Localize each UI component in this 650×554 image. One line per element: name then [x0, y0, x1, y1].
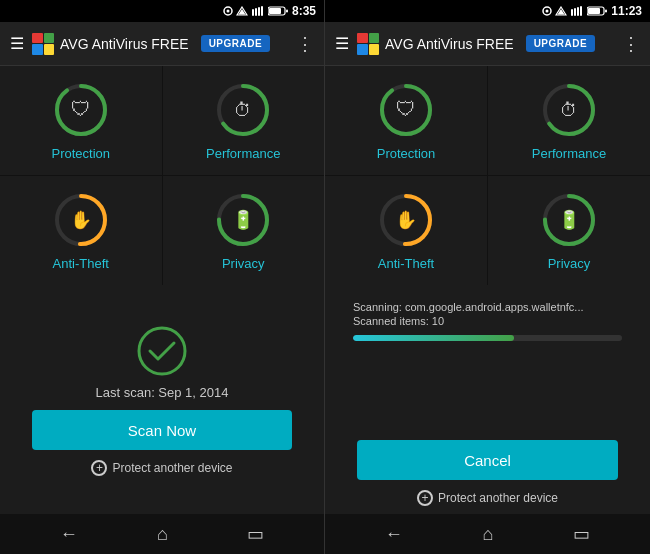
tile-privacy-right[interactable]: 🔋 Privacy [488, 176, 650, 285]
antitheft-icon-right: ✋ [378, 192, 434, 248]
bottom-section-left: Last scan: Sep 1, 2014 Scan Now + Protec… [0, 285, 324, 514]
svg-rect-25 [574, 8, 576, 16]
upgrade-btn-left[interactable]: UPGRADE [201, 35, 271, 52]
plus-icon-right: + [417, 490, 433, 506]
last-scan-text: Last scan: Sep 1, 2014 [96, 385, 229, 400]
avg-logo-right: AVG AntiVirus FREE [357, 33, 514, 55]
svg-rect-26 [577, 7, 579, 16]
home-btn-left[interactable]: ⌂ [141, 520, 184, 549]
avg-logo-left: AVG AntiVirus FREE [32, 33, 189, 55]
logo-green [44, 33, 55, 44]
bottom-section-right: Scanning: com.google.android.apps.wallet… [325, 285, 650, 514]
performance-icon-right: ⏱ [541, 82, 597, 138]
logo-green-r [369, 33, 380, 44]
recent-btn-right[interactable]: ▭ [557, 519, 606, 549]
more-icon-left[interactable]: ⋮ [296, 33, 314, 55]
privacy-icon-right: 🔋 [541, 192, 597, 248]
logo-blue [32, 44, 43, 55]
nav-bar-left: ← ⌂ ▭ [0, 514, 324, 554]
performance-label-left: Performance [206, 146, 280, 161]
svg-rect-30 [605, 10, 607, 13]
svg-rect-8 [286, 10, 288, 13]
svg-text:🔋: 🔋 [232, 209, 255, 231]
antitheft-icon-left: ✋ [53, 192, 109, 248]
protect-link-label-left: Protect another device [112, 461, 232, 475]
svg-rect-24 [571, 9, 573, 16]
logo-red-r [357, 33, 368, 44]
tiles-grid-right: 🛡 Protection ⏱ Performance ✋ [325, 66, 650, 285]
right-phone-screen: 11:23 ☰ AVG AntiVirus FREE UPGRADE ⋮ 🛡 [325, 0, 650, 554]
protection-icon-right: 🛡 [378, 82, 434, 138]
logo-box-left [32, 33, 54, 55]
svg-text:⏱: ⏱ [234, 100, 252, 120]
antitheft-label-right: Anti-Theft [378, 256, 434, 271]
svg-point-21 [139, 328, 185, 374]
svg-text:🛡: 🛡 [396, 98, 416, 120]
menu-icon-right[interactable]: ☰ [335, 34, 349, 53]
recent-btn-left[interactable]: ▭ [231, 519, 280, 549]
tile-antitheft-right[interactable]: ✋ Anti-Theft [325, 176, 487, 285]
scanned-items-text: Scanned items: 10 [353, 315, 622, 327]
tile-performance-left[interactable]: ⏱ Performance [163, 66, 325, 175]
tile-performance-right[interactable]: ⏱ Performance [488, 66, 650, 175]
status-time-left: 8:35 [292, 4, 316, 18]
performance-label-right: Performance [532, 146, 606, 161]
home-btn-right[interactable]: ⌂ [467, 520, 510, 549]
nav-bar-right: ← ⌂ ▭ [325, 514, 650, 554]
protection-label-left: Protection [51, 146, 110, 161]
protect-link-label-right: Protect another device [438, 491, 558, 505]
performance-icon-left: ⏱ [215, 82, 271, 138]
back-btn-right[interactable]: ← [369, 520, 419, 549]
tile-antitheft-left[interactable]: ✋ Anti-Theft [0, 176, 162, 285]
logo-blue-r [357, 44, 368, 55]
cancel-button[interactable]: Cancel [357, 440, 618, 480]
svg-rect-2 [252, 9, 254, 16]
app-bar-left: ☰ AVG AntiVirus FREE UPGRADE ⋮ [0, 22, 324, 66]
tile-privacy-left[interactable]: 🔋 Privacy [163, 176, 325, 285]
svg-rect-27 [580, 6, 582, 16]
logo-red [32, 33, 43, 44]
svg-text:⏱: ⏱ [560, 100, 578, 120]
protect-device-link-right[interactable]: + Protect another device [417, 490, 558, 514]
svg-text:✋: ✋ [395, 209, 418, 231]
app-bar-right: ☰ AVG AntiVirus FREE UPGRADE ⋮ [325, 22, 650, 66]
tile-protection-left[interactable]: 🛡 Protection [0, 66, 162, 175]
menu-icon-left[interactable]: ☰ [10, 34, 24, 53]
status-bar-left: 8:35 [0, 0, 324, 22]
more-icon-right[interactable]: ⋮ [622, 33, 640, 55]
app-title-left: AVG AntiVirus FREE [60, 36, 189, 52]
svg-rect-3 [255, 8, 257, 16]
check-circle-icon [136, 325, 188, 377]
protection-label-right: Protection [377, 146, 436, 161]
svg-rect-5 [261, 6, 263, 16]
back-btn-left[interactable]: ← [44, 520, 94, 549]
protection-icon-left: 🛡 [53, 82, 109, 138]
privacy-icon-left: 🔋 [215, 192, 271, 248]
tiles-grid-left: 🛡 Protection ⏱ Performance ✋ [0, 66, 324, 285]
scan-now-button[interactable]: Scan Now [32, 410, 292, 450]
privacy-label-right: Privacy [548, 256, 591, 271]
status-icons-right [542, 6, 607, 16]
logo-yellow-r [369, 44, 380, 55]
logo-yellow [44, 44, 55, 55]
protect-device-link-left[interactable]: + Protect another device [91, 460, 232, 484]
svg-text:🛡: 🛡 [71, 98, 91, 120]
svg-rect-29 [588, 8, 600, 14]
app-title-right: AVG AntiVirus FREE [385, 36, 514, 52]
svg-point-1 [226, 10, 229, 13]
antitheft-label-left: Anti-Theft [53, 256, 109, 271]
upgrade-btn-right[interactable]: UPGRADE [526, 35, 596, 52]
scan-status-left: Last scan: Sep 1, 2014 [96, 325, 229, 400]
logo-box-right [357, 33, 379, 55]
svg-point-23 [546, 10, 549, 13]
left-phone-screen: 8:35 ☰ AVG AntiVirus FREE UPGRADE ⋮ 🛡 [0, 0, 325, 554]
status-icons-left [223, 6, 288, 16]
progress-bar-container [353, 335, 622, 341]
privacy-label-left: Privacy [222, 256, 265, 271]
scanning-area: Scanning: com.google.android.apps.wallet… [345, 301, 630, 341]
status-time-right: 11:23 [611, 4, 642, 18]
svg-rect-4 [258, 7, 260, 16]
progress-bar-fill [353, 335, 514, 341]
status-bar-right: 11:23 [325, 0, 650, 22]
tile-protection-right[interactable]: 🛡 Protection [325, 66, 487, 175]
